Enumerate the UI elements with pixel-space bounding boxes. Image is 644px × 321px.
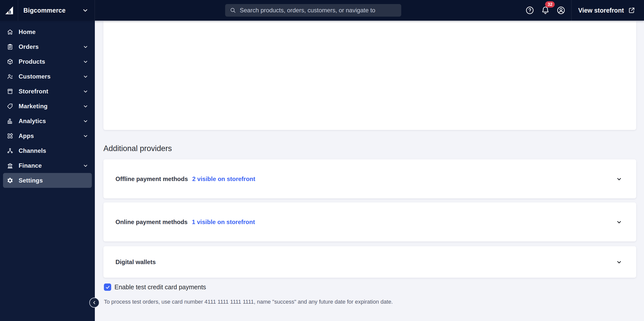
topbar-actions: 32 View storefront bbox=[522, 0, 644, 21]
sidebar-item-orders[interactable]: Orders bbox=[3, 39, 92, 54]
settings-icon bbox=[7, 177, 13, 184]
sidebar-item-analytics[interactable]: Analytics bbox=[3, 114, 92, 128]
chevron-down-icon bbox=[83, 59, 88, 64]
sidebar-item-label: Analytics bbox=[19, 118, 77, 125]
sidebar-item-label: Settings bbox=[19, 177, 88, 184]
store-name: Bigcommerce bbox=[23, 7, 82, 14]
chevron-down-icon bbox=[83, 118, 88, 124]
offline-payment-methods-card[interactable]: Offline payment methods 2 visible on sto… bbox=[103, 159, 636, 198]
chevron-down-icon bbox=[83, 44, 88, 50]
main-content: Additional providers Offline payment met… bbox=[95, 21, 644, 321]
account-icon bbox=[556, 6, 566, 15]
home-icon bbox=[7, 29, 13, 35]
storefront-icon bbox=[7, 88, 13, 95]
sidebar-item-label: Products bbox=[19, 58, 77, 65]
channels-icon bbox=[7, 148, 13, 154]
chevron-down-icon bbox=[83, 103, 88, 109]
bigcommerce-logo[interactable]: B bbox=[0, 0, 18, 21]
help-icon bbox=[525, 6, 534, 15]
visible-on-storefront-link[interactable]: 1 visible on storefront bbox=[192, 219, 255, 226]
notifications-button[interactable]: 32 bbox=[538, 0, 553, 21]
sidebar-item-label: Orders bbox=[19, 43, 77, 50]
global-search[interactable] bbox=[225, 4, 401, 17]
store-switcher[interactable]: Bigcommerce bbox=[18, 0, 95, 21]
sidebar-item-marketing[interactable]: Marketing bbox=[3, 99, 92, 114]
sidebar-item-storefront[interactable]: Storefront bbox=[3, 84, 92, 99]
bigcommerce-logo-icon: B bbox=[4, 5, 14, 15]
section-heading: Additional providers bbox=[103, 144, 172, 153]
chevron-left-icon bbox=[92, 300, 97, 305]
svg-text:B: B bbox=[8, 10, 11, 15]
chevron-down-icon[interactable] bbox=[616, 176, 622, 182]
sidebar-item-customers[interactable]: Customers bbox=[3, 69, 92, 84]
view-storefront-label: View storefront bbox=[578, 7, 624, 14]
top-bar: B Bigcommerce bbox=[0, 0, 644, 21]
provider-panel-card bbox=[103, 21, 636, 130]
products-icon bbox=[7, 58, 13, 65]
test-payments-checkbox-label: Enable test credit card payments bbox=[114, 283, 206, 291]
digital-wallets-card[interactable]: Digital wallets bbox=[103, 246, 636, 278]
sidebar-item-label: Channels bbox=[19, 147, 88, 154]
sidebar-item-label: Marketing bbox=[19, 103, 77, 110]
sidebar-item-label: Home bbox=[19, 28, 88, 35]
help-button[interactable] bbox=[522, 0, 538, 21]
visible-on-storefront-link[interactable]: 2 visible on storefront bbox=[192, 175, 255, 183]
sidebar-item-settings[interactable]: Settings bbox=[3, 173, 92, 188]
marketing-icon bbox=[7, 103, 13, 110]
chevron-down-icon bbox=[82, 7, 89, 14]
card-title: Digital wallets bbox=[115, 259, 156, 266]
apps-icon bbox=[7, 133, 13, 139]
sidebar-item-products[interactable]: Products bbox=[3, 54, 92, 69]
chevron-down-icon bbox=[83, 89, 88, 94]
sidebar-item-label: Apps bbox=[19, 132, 77, 139]
sidebar-item-label: Storefront bbox=[19, 88, 77, 95]
sidebar-item-label: Finance bbox=[19, 162, 77, 169]
card-title: Offline payment methods bbox=[115, 175, 188, 183]
chevron-down-icon[interactable] bbox=[616, 219, 622, 225]
card-title: Online payment methods bbox=[115, 219, 188, 226]
test-payments-row: Enable test credit card payments bbox=[104, 283, 206, 291]
sidebar-item-label: Customers bbox=[19, 73, 77, 80]
chevron-down-icon bbox=[83, 74, 88, 79]
sidebar-item-finance[interactable]: Finance bbox=[3, 158, 92, 173]
sidebar-item-apps[interactable]: Apps bbox=[3, 128, 92, 143]
chevron-down-icon bbox=[83, 133, 88, 139]
search-input[interactable] bbox=[240, 7, 397, 14]
external-link-icon bbox=[628, 7, 635, 14]
sidebar: Home Orders Products Customers bbox=[0, 21, 95, 321]
account-button[interactable] bbox=[553, 0, 569, 21]
sidebar-item-home[interactable]: Home bbox=[3, 24, 92, 39]
finance-icon bbox=[7, 162, 13, 169]
sidebar-item-channels[interactable]: Channels bbox=[3, 143, 92, 158]
chevron-down-icon[interactable] bbox=[616, 259, 622, 265]
test-payments-note: To process test orders, use card number … bbox=[104, 298, 532, 306]
chevron-down-icon bbox=[83, 163, 88, 168]
search-icon bbox=[230, 7, 240, 14]
customers-icon bbox=[7, 73, 13, 80]
bigcommerce-admin: B Bigcommerce bbox=[0, 0, 644, 321]
online-payment-methods-card[interactable]: Online payment methods 1 visible on stor… bbox=[103, 202, 636, 241]
sidebar-collapse-button[interactable] bbox=[89, 298, 99, 308]
view-storefront-button[interactable]: View storefront bbox=[572, 0, 644, 21]
orders-icon bbox=[7, 44, 13, 50]
analytics-icon bbox=[7, 118, 13, 124]
test-payments-checkbox[interactable] bbox=[104, 283, 111, 291]
